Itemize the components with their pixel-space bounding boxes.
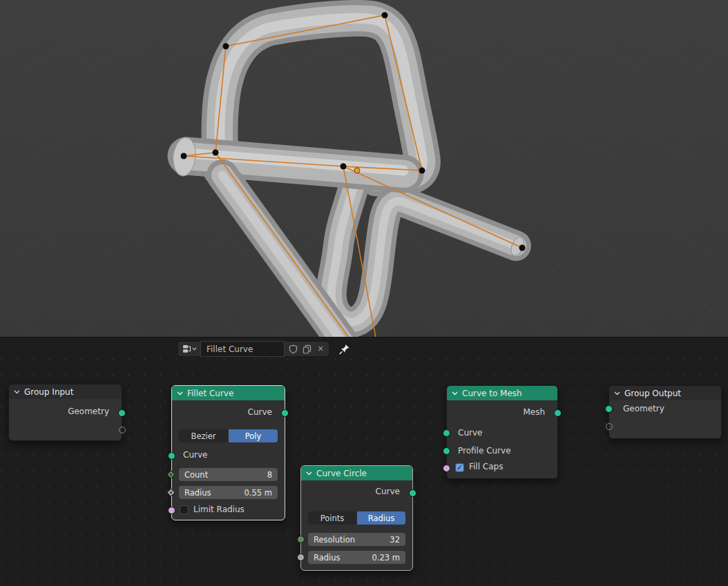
socket-radius-input[interactable]	[297, 554, 305, 561]
node-title: Curve Circle	[316, 469, 367, 478]
resolution-field[interactable]: Resolution 32	[308, 533, 405, 546]
radius-label: Radius	[314, 553, 341, 563]
chevron-down-icon[interactable]	[306, 471, 312, 476]
chevron-down-icon[interactable]	[14, 390, 20, 394]
pin-icon[interactable]	[339, 344, 350, 355]
socket-curve-input[interactable]	[443, 429, 450, 437]
resolution-value: 32	[390, 535, 400, 545]
fill-caps-checkbox[interactable]: ✓	[455, 463, 464, 472]
node-tree-selector: ✕	[178, 341, 350, 357]
pin-wrap	[339, 341, 350, 357]
copy-icon[interactable]	[300, 342, 314, 356]
socket-profile-curve-input[interactable]	[443, 447, 450, 455]
resolution-label: Resolution	[314, 535, 355, 545]
chevron-down-icon[interactable]	[177, 391, 183, 395]
datablock-type-button[interactable]	[178, 341, 200, 357]
node-curve-to-mesh[interactable]: Curve to Mesh Mesh Curve Profile Curve ✓…	[446, 385, 558, 479]
node-title: Group Input	[24, 387, 73, 397]
node-title: Group Output	[624, 389, 681, 398]
input-label-geometry: Geometry	[623, 404, 664, 413]
viewport-canvas	[0, 0, 728, 337]
output-label-geometry: Geometry	[68, 407, 109, 416]
count-label: Count	[184, 470, 208, 480]
viewport-3d[interactable]	[0, 0, 728, 337]
socket-limit-radius-input[interactable]	[168, 507, 175, 514]
limit-radius-label: Limit Radius	[193, 505, 245, 514]
input-label-profile-curve: Profile Curve	[458, 446, 511, 456]
socket-virtual-output[interactable]	[119, 427, 126, 433]
socket-curve-output[interactable]	[281, 409, 289, 417]
node-header[interactable]: Curve Circle	[301, 466, 412, 480]
socket-curve-input[interactable]	[168, 452, 175, 460]
input-label-curve: Curve	[458, 428, 482, 438]
input-label-curve: Curve	[183, 450, 207, 460]
button-radius[interactable]: Radius	[357, 511, 405, 525]
socket-virtual-input[interactable]	[606, 423, 613, 430]
output-label-curve: Curve	[376, 487, 400, 496]
node-group-input[interactable]: Group Input Geometry	[8, 384, 122, 441]
datablock-actions: ✕	[285, 341, 329, 357]
limit-radius-checkbox[interactable]	[180, 505, 189, 514]
socket-curve-output[interactable]	[409, 489, 416, 497]
radius-value: 0.55 m	[245, 488, 272, 498]
socket-fill-caps-input[interactable]	[443, 465, 450, 472]
node-header[interactable]: Curve to Mesh	[447, 386, 557, 400]
socket-mesh-output[interactable]	[554, 409, 562, 417]
node-curve-circle[interactable]: Curve Circle Curve Points Radius Resolut…	[300, 465, 413, 571]
chevron-down-icon	[192, 347, 197, 351]
button-points[interactable]: Points	[308, 511, 356, 525]
tube-mesh	[171, 19, 526, 338]
mode-toggle: Bezier Poly	[179, 429, 278, 442]
socket-geometry-output[interactable]	[118, 409, 126, 417]
chevron-down-icon[interactable]	[452, 391, 458, 395]
blender-window: ✕ Group Input G	[0, 0, 728, 586]
selected-control-point[interactable]	[354, 168, 360, 173]
node-header[interactable]: Fillet Curve	[172, 386, 285, 400]
output-label-curve: Curve	[248, 407, 272, 417]
close-icon[interactable]: ✕	[314, 342, 327, 356]
node-group-output[interactable]: Group Output Geometry	[609, 385, 722, 439]
node-header[interactable]: Group Input	[9, 384, 122, 399]
nodetree-icon	[182, 344, 191, 353]
radius-label: Radius	[184, 488, 211, 498]
editor-header-strip	[0, 338, 728, 358]
tube-leg	[332, 177, 526, 322]
node-title: Fillet Curve	[187, 389, 233, 398]
chevron-down-icon[interactable]	[614, 391, 620, 395]
radius-field[interactable]: Radius 0.55 m	[179, 486, 278, 499]
mode-toggle: Points Radius	[308, 511, 405, 525]
fill-caps-label: Fill Caps	[469, 462, 503, 471]
output-label-mesh: Mesh	[523, 407, 545, 417]
socket-resolution-input[interactable]	[297, 536, 305, 543]
radius-value: 0.23 m	[372, 553, 400, 563]
radius-field[interactable]: Radius 0.23 m	[308, 551, 405, 564]
tube-cylinder	[171, 136, 405, 177]
node-fillet-curve[interactable]: Fillet Curve Curve Bezier Poly Curve Cou…	[171, 385, 285, 520]
node-header[interactable]: Group Output	[609, 386, 721, 400]
node-title: Curve to Mesh	[462, 389, 522, 398]
shield-icon[interactable]	[286, 342, 300, 356]
button-bezier[interactable]: Bezier	[179, 429, 228, 442]
count-value: 8	[267, 470, 272, 480]
button-poly[interactable]: Poly	[229, 429, 278, 442]
socket-geometry-input[interactable]	[605, 405, 613, 413]
tree-name-input[interactable]	[200, 341, 285, 357]
count-field[interactable]: Count 8	[179, 468, 278, 481]
